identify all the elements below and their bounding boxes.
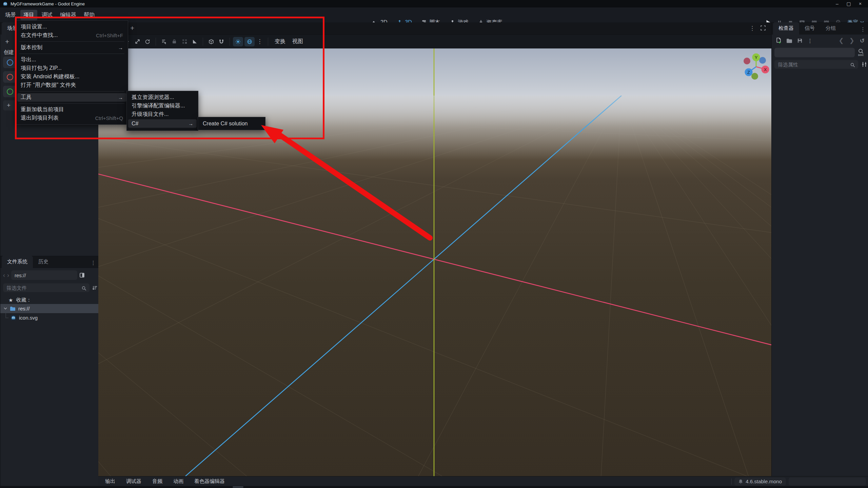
history-back-icon[interactable]: ❮ [839, 37, 844, 44]
preview-environment-icon[interactable] [244, 37, 255, 46]
maximize-button[interactable]: ▢ [843, 1, 854, 6]
list-select-icon[interactable] [159, 37, 169, 46]
distraction-free-icon[interactable] [760, 25, 766, 32]
save-icon[interactable] [797, 38, 803, 43]
new-scene-tab-icon[interactable]: + [130, 24, 134, 32]
project-menu-item[interactable]: 退出到项目列表 Ctrl+Shift+Q [16, 114, 128, 122]
filesystem-menu-icon[interactable]: ⋮ [91, 260, 96, 268]
inspector-dock: 检查器 信号 分组 ⋮ ⋮ ❮ ❯ ↺ DOC [771, 22, 868, 477]
window-title: MyGFrameworkGame - Godot Engine [11, 1, 85, 6]
snap-object-icon[interactable] [206, 37, 216, 46]
godot-file-icon [11, 315, 16, 321]
filesystem-dock: 文件系统 历史 ⋮ ‹ › ★ 收藏： res:// [0, 256, 99, 488]
viewport-3d[interactable]: Y X Z [98, 48, 771, 476]
sort-icon[interactable] [92, 285, 98, 290]
folder-icon [10, 306, 16, 311]
move-mode-icon[interactable] [132, 37, 142, 46]
tools-submenu-item[interactable]: 引擎编译配置编辑器... [127, 102, 198, 110]
tab-groups[interactable]: 分组 [820, 22, 841, 35]
inspector-dock-tabs: 检查器 信号 分组 ⋮ [772, 23, 868, 35]
search-icon [81, 286, 86, 291]
tools-submenu-item[interactable]: C# → [128, 119, 197, 128]
viewport-render [98, 48, 771, 476]
godot-editor-window: MyGFrameworkGame - Godot Engine – ▢ × 场景… [0, 0, 868, 488]
bottom-right-spacer [789, 477, 866, 486]
search-icon [850, 62, 855, 67]
bottom-panel-bar: 输出调试器音频动画着色器编辑器 4.6.stable.mono [98, 476, 868, 486]
extra-tools-icon[interactable] [862, 62, 867, 67]
inspector-menu-icon[interactable]: ⋮ [860, 26, 866, 35]
bottom-panel-button[interactable]: 调试器 [122, 476, 145, 486]
load-resource-icon[interactable] [786, 38, 792, 43]
forward-icon[interactable]: › [7, 272, 9, 279]
project-menu: 项目设置... 在文件中查找... Ctrl+Shift+F 版本控制 → 导出… [16, 20, 128, 125]
menubar-item[interactable]: 帮助 [81, 10, 98, 20]
inspector-toolbar: ⋮ ❮ ❯ ↺ [776, 37, 865, 44]
filter-files-input[interactable] [3, 283, 90, 292]
project-menu-item [19, 54, 124, 54]
project-menu-item[interactable]: 重新加载当前项目 [16, 105, 128, 114]
project-menu-item[interactable]: 版本控制 → [16, 43, 128, 52]
bottom-panel-button[interactable]: 音频 [148, 476, 166, 486]
tools-submenu-item[interactable]: 升级项目文件... [127, 110, 198, 119]
bottom-panel-buttons: 输出调试器音频动画着色器编辑器 [101, 476, 229, 486]
tab-signals[interactable]: 信号 [799, 22, 820, 35]
filter-properties-input[interactable] [774, 60, 858, 69]
project-menu-item[interactable]: 导出... [16, 56, 128, 64]
resource-menu-icon[interactable]: ⋮ [807, 38, 813, 44]
object-history-icon[interactable]: ↺ [860, 37, 865, 44]
project-menu-item[interactable]: 打开 “用户数据” 文件夹 [16, 81, 128, 89]
close-button[interactable]: × [854, 1, 866, 6]
tools-submenu: 孤立资源浏览器... 引擎编译配置编辑器... 升级项目文件... C# → [126, 91, 198, 131]
project-menu-item[interactable]: 在文件中查找... Ctrl+Shift+F [16, 31, 128, 40]
sun-env-menu-icon[interactable]: ⋮ [255, 37, 265, 46]
minimize-button[interactable]: – [831, 1, 843, 6]
back-icon[interactable]: ‹ [3, 272, 5, 279]
menubar-item[interactable]: 编辑器 [57, 10, 79, 20]
favorites-row: ★ 收藏： [8, 297, 31, 303]
scene-tab-strip: + ⋮ [98, 22, 771, 35]
csharp-submenu-item[interactable]: Create C# solution [198, 119, 265, 128]
bottom-panel-button[interactable]: 输出 [101, 476, 119, 486]
bottom-panel-button[interactable]: 动画 [169, 476, 188, 486]
project-menu-item[interactable]: 工具 → [17, 93, 126, 102]
menubar-item[interactable]: 场景 [2, 10, 19, 20]
scene-tabs-menu-icon[interactable]: ⋮ [749, 25, 755, 32]
csharp-submenu: Create C# solution [198, 117, 265, 130]
tools-submenu-item[interactable]: 孤立资源浏览器... [127, 93, 198, 102]
menubar-item[interactable]: 调试 [39, 10, 56, 20]
add-node-icon[interactable]: + [5, 38, 9, 46]
view-menu[interactable]: 视图 [289, 37, 307, 46]
tree-row-iconsvg[interactable]: icon.svg [0, 313, 99, 322]
submenu-arrow-icon: → [118, 95, 123, 100]
project-menu-item[interactable]: 项目设置... [16, 23, 128, 31]
snap-magnet-icon[interactable] [216, 37, 226, 46]
tab-inspector[interactable]: 检查器 [773, 22, 799, 35]
version-button[interactable]: 4.6.stable.mono [734, 477, 786, 486]
group-icon[interactable] [179, 37, 190, 46]
lock-icon[interactable] [169, 37, 179, 46]
viewport-toolbar: ⋮ 变换 视图 [98, 35, 771, 48]
menubar-items: 场景项目调试编辑器帮助 [2, 10, 98, 20]
transform-menu[interactable]: 变换 [271, 37, 289, 46]
ruler-mode-icon[interactable] [190, 37, 200, 46]
new-resource-icon[interactable] [776, 38, 782, 44]
gizmo-x-label: X [764, 67, 767, 72]
menubar-item[interactable]: 项目 [20, 10, 37, 20]
tree-row-res[interactable]: res:// [0, 304, 99, 313]
split-view-icon[interactable] [79, 272, 85, 278]
axis-gizmo[interactable]: Y X Z [742, 53, 770, 81]
star-icon: ★ [8, 297, 13, 303]
project-menu-item[interactable]: 安装 Android 构建模板... [16, 73, 128, 81]
path-input[interactable] [11, 270, 77, 280]
history-forward-icon[interactable]: ❯ [849, 37, 854, 44]
plus-icon: + [7, 102, 11, 109]
doc-search-icon[interactable]: DOC [857, 48, 865, 58]
bottom-panel-button[interactable]: 着色器编辑器 [190, 476, 229, 486]
tab-history[interactable]: 历史 [33, 256, 54, 268]
bottom-scrollbar-thumb[interactable] [233, 486, 243, 488]
rotate-mode-icon[interactable] [142, 37, 153, 46]
preview-sunlight-icon[interactable] [233, 37, 243, 46]
tab-filesystem[interactable]: 文件系统 [2, 256, 33, 268]
project-menu-item[interactable]: 项目打包为 ZIP... [16, 64, 128, 73]
